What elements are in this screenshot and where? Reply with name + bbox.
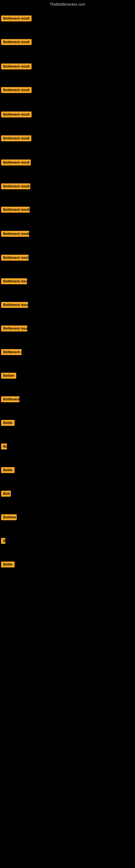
bottleneck-result-badge[interactable]: Bottleneck result	[1, 16, 32, 22]
bottleneck-result-badge[interactable]: B	[1, 538, 5, 544]
bottleneck-result-badge[interactable]: Bottle	[1, 420, 14, 426]
bottleneck-result-badge[interactable]: Bottleneck resu	[1, 278, 27, 284]
bottleneck-result-badge[interactable]: Bottleneck	[1, 396, 19, 402]
bottleneck-result-badge[interactable]: Bottleneck r	[1, 349, 21, 355]
bottleneck-result-badge[interactable]: Bottle	[1, 467, 14, 473]
site-title: TheBottlenecker.com	[0, 0, 135, 6]
bottleneck-result-badge[interactable]: Bottleneck result	[1, 159, 31, 165]
bottleneck-result-badge[interactable]: Bottleneck result	[1, 255, 29, 261]
bottleneck-result-badge[interactable]: Bottleneck result	[1, 87, 32, 93]
bottleneck-result-badge[interactable]: Bottleneck result	[1, 302, 28, 308]
bottleneck-result-badge[interactable]: Bottle	[1, 561, 14, 567]
bottleneck-result-badge[interactable]: Bottlene	[1, 514, 17, 520]
bottleneck-result-badge[interactable]: Bott	[1, 491, 11, 497]
bottleneck-result-badge[interactable]: Bottleneck result	[1, 39, 32, 45]
bottleneck-result-badge[interactable]: Bottlen	[1, 373, 16, 379]
bottleneck-result-badge[interactable]: Bo	[1, 443, 7, 450]
site-title-container: TheBottlenecker.com Bottleneck resultBot…	[0, 0, 135, 868]
bottleneck-result-badge[interactable]: Bottleneck result	[1, 135, 31, 141]
bottleneck-result-badge[interactable]: Bottleneck result	[1, 207, 30, 213]
bottleneck-result-badge[interactable]: Bottleneck resul	[1, 326, 27, 332]
bottleneck-result-badge[interactable]: Bottleneck result	[1, 63, 32, 69]
bottleneck-result-badge[interactable]: Bottleneck result	[1, 183, 30, 189]
bottleneck-result-badge[interactable]: Bottleneck result	[1, 112, 32, 118]
bottleneck-result-badge[interactable]: Bottleneck result	[1, 231, 29, 237]
